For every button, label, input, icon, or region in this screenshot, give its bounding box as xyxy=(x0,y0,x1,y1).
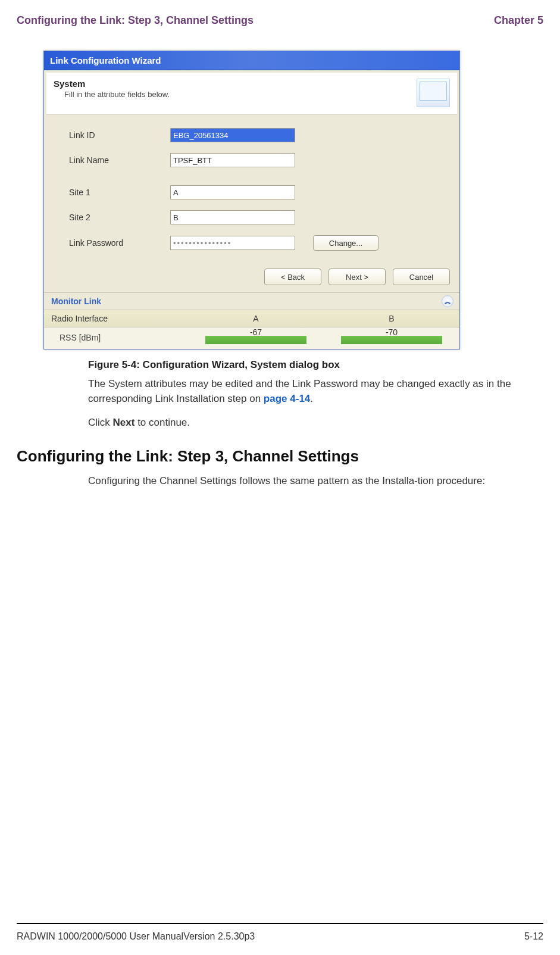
back-button[interactable]: < Back xyxy=(264,269,321,285)
rss-b-bar xyxy=(341,336,442,344)
para2-text-b: to continue. xyxy=(134,417,190,428)
row-link-password: Link Password Change... xyxy=(69,235,445,251)
footer: RADWIN 1000/2000/5000 User ManualVersion… xyxy=(17,931,543,942)
paragraph-1: The System attributes may be edited and … xyxy=(88,377,531,406)
row-site1: Site 1 xyxy=(69,185,445,199)
row-link-name: Link Name xyxy=(69,153,445,167)
footer-left: RADWIN 1000/2000/5000 User ManualVersion… xyxy=(17,931,255,942)
para2-bold: Next xyxy=(113,417,135,428)
footer-line xyxy=(17,923,543,924)
site1-input[interactable] xyxy=(170,185,295,199)
dialog-title: Link Configuration Wizard xyxy=(50,55,161,65)
row-site2: Site 2 xyxy=(69,210,445,224)
figure-caption: Figure 5-4: Configuration Wizard, System… xyxy=(88,359,543,371)
monitor-link-header[interactable]: Monitor Link ︽ xyxy=(44,292,459,310)
system-title: System xyxy=(54,79,417,89)
system-panel: System Fill in the attribute fields belo… xyxy=(46,73,457,115)
site2-input[interactable] xyxy=(170,210,295,224)
footer-right: 5-12 xyxy=(524,931,543,942)
rss-b-value: -70 xyxy=(324,327,459,337)
link-id-label: Link ID xyxy=(69,130,170,140)
form-area: Link ID Link Name Site 1 Site 2 Link Pas… xyxy=(44,117,459,263)
link-password-input[interactable] xyxy=(170,236,295,250)
rss-a-wrap: -67 xyxy=(188,330,324,345)
radio-head: Radio Interface A B xyxy=(44,310,459,327)
page-header: Configuring the Link: Step 3, Channel Se… xyxy=(17,14,543,27)
header-right: Chapter 5 xyxy=(494,14,543,27)
col-a-label: A xyxy=(188,314,324,323)
system-subtitle: Fill in the attribute fields below. xyxy=(64,90,417,99)
rss-row: RSS [dBm] -67 -70 xyxy=(44,327,459,349)
header-left: Configuring the Link: Step 3, Channel Se… xyxy=(17,14,254,27)
chevron-up-icon[interactable]: ︽ xyxy=(442,295,453,307)
dialog-titlebar: Link Configuration Wizard xyxy=(44,51,459,70)
para2-text-a: Click xyxy=(88,417,113,428)
link-config-wizard-dialog: Link Configuration Wizard System Fill in… xyxy=(43,51,460,349)
site1-label: Site 1 xyxy=(69,188,170,197)
rss-a-bar xyxy=(205,336,306,344)
rss-label: RSS [dBm] xyxy=(60,333,188,342)
para1-text-b: . xyxy=(310,393,313,404)
section-heading: Configuring the Link: Step 3, Channel Se… xyxy=(17,447,543,466)
monitor-link-label: Monitor Link xyxy=(51,297,101,306)
monitor-icon xyxy=(417,79,450,107)
link-name-input[interactable] xyxy=(170,153,295,167)
col-b-label: B xyxy=(324,314,459,323)
site2-label: Site 2 xyxy=(69,213,170,222)
link-password-label: Link Password xyxy=(69,238,170,248)
cancel-button[interactable]: Cancel xyxy=(393,269,450,285)
page-link[interactable]: page 4-14 xyxy=(264,393,310,404)
link-name-label: Link Name xyxy=(69,155,170,165)
change-button[interactable]: Change... xyxy=(313,235,378,251)
radio-interface-label: Radio Interface xyxy=(51,314,188,323)
link-id-input[interactable] xyxy=(170,128,295,142)
nav-row: < Back Next > Cancel xyxy=(44,263,459,292)
row-link-id: Link ID xyxy=(69,128,445,142)
next-button[interactable]: Next > xyxy=(329,269,386,285)
radio-section: Radio Interface A B RSS [dBm] -67 -70 xyxy=(44,310,459,349)
rss-b-wrap: -70 xyxy=(324,330,459,345)
paragraph-3: Configuring the Channel Settings follows… xyxy=(88,474,531,489)
system-text: System Fill in the attribute fields belo… xyxy=(54,79,417,99)
figure-wrap: Link Configuration Wizard System Fill in… xyxy=(43,51,460,349)
paragraph-2: Click Next to continue. xyxy=(88,416,531,430)
rss-a-value: -67 xyxy=(188,327,324,337)
